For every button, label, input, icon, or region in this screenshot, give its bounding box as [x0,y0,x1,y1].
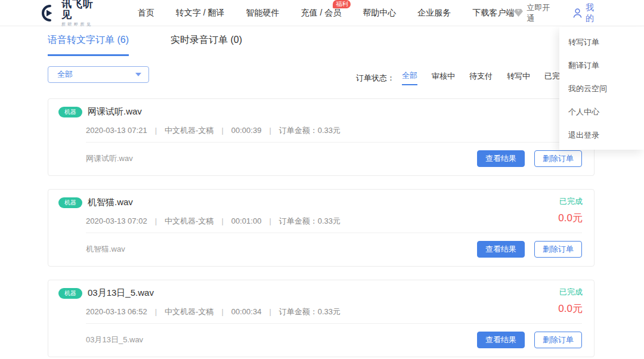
my-account-label: 我的 [586,2,602,24]
order-status: 已完成 [558,196,583,207]
nav-item-label: 帮助中心 [363,8,396,17]
order-title: 机智猫.wav [88,197,133,208]
user-icon [573,8,582,18]
nav-item[interactable]: 充值 / 会员 福利 [301,8,342,18]
order-meta: 2020-03-13 07:21|中文机器-文稿|00:00:39|订单金额：0… [86,125,582,135]
nav-item[interactable]: 下载客户端 [472,8,514,18]
delete-order-button[interactable]: 删除订单 [534,150,582,167]
logo-title: 讯飞听见 [61,0,104,20]
select-value: 全部 [57,69,73,80]
logo-text: 讯飞听见 所听即所见 [61,0,104,27]
tab[interactable]: 实时录音订单 (0) [171,34,242,56]
order-actions: 查看结果 删除订单 [477,241,582,258]
order-foot: 网课试听.wav 查看结果 删除订单 [86,150,582,167]
view-result-button[interactable]: 查看结果 [477,150,525,167]
order-title: 网课试听.wav [88,106,142,117]
order-actions: 查看结果 删除订单 [477,150,582,167]
user-menu-item[interactable]: 我的云空间 [559,77,644,100]
order-meta: 2020-03-13 06:52|中文机器-文稿|00:00:34|订单金额：0… [86,307,582,316]
status-filter-label: 订单状态： [356,73,395,83]
view-result-button[interactable]: 查看结果 [477,332,525,348]
order-meta: 2020-03-13 07:02|中文机器-文稿|00:01:00|订单金额：0… [86,216,582,225]
nav-item-label: 充值 / 会员 [301,8,342,17]
order-status-filter: 订单状态： 全部审核中待支付转写中已完成 [356,70,582,85]
order-card: 机器 网课试听.wav 2020-03-13 07:21|中文机器-文稿|00:… [48,98,595,176]
order-type-select[interactable]: 全部 [48,66,149,83]
order-foot: 03月13日_5.wav 查看结果 删除订单 [86,332,582,348]
activate-vip-label: 立即开通 [527,2,558,24]
order-tabs: 语音转文字订单 (6)实时录音订单 (0) [48,34,284,56]
status-filter-option[interactable]: 全部 [402,70,417,85]
order-head: 机器 网课试听.wav [58,106,582,117]
nav-item-label: 下载客户端 [472,8,514,17]
divider [86,323,582,324]
order-card: 已完成 0.0元 机器 03月13日_5.wav 2020-03-13 06:5… [48,280,595,357]
order-status-block: 已完成 0.0元 [558,287,583,315]
order-status-block: 已完成 0.0元 [558,196,583,225]
nav-item[interactable]: 帮助中心 [363,8,396,18]
user-menu-item[interactable]: 退出登录 [559,123,644,147]
nav-item[interactable]: 企业服务 [417,8,451,18]
delete-order-button[interactable]: 删除订单 [534,241,582,258]
order-filename: 网课试听.wav [86,153,133,164]
order-filename: 03月13日_5.wav [86,335,143,345]
order-title: 03月13日_5.wav [88,287,154,299]
nav-item[interactable]: 智能硬件 [246,8,280,18]
topbar-right: 立即开通 我的 [514,2,602,24]
my-account-menu-trigger[interactable]: 我的 [573,2,602,24]
order-card: 已完成 0.0元 机器 机智猫.wav 2020-03-13 07:02|中文机… [48,189,595,267]
order-filename: 机智猫.wav [86,244,125,255]
order-head: 机器 03月13日_5.wav [58,287,582,299]
order-type-badge: 机器 [58,107,82,117]
chevron-down-icon [135,73,141,76]
status-filter-option[interactable]: 转写中 [507,71,530,85]
order-list: 机器 网课试听.wav 2020-03-13 07:21|中文机器-文稿|00:… [48,98,595,359]
promo-badge: 福利 [333,0,351,8]
order-actions: 查看结果 删除订单 [477,332,582,348]
order-type-badge: 机器 [58,197,82,208]
nav-item[interactable]: 首页 [138,8,154,18]
ear-logo-icon [41,4,57,22]
order-foot: 机智猫.wav 查看结果 删除订单 [86,241,582,258]
nav-item-label: 转文字 / 翻译 [176,8,225,17]
nav-item-label: 企业服务 [417,8,451,17]
order-head: 机器 机智猫.wav [58,197,582,208]
view-result-button[interactable]: 查看结果 [477,241,525,258]
nav-item-label: 智能硬件 [246,8,280,17]
order-status: 已完成 [558,287,583,298]
tab[interactable]: 语音转文字订单 (6) [48,34,129,56]
top-navigation-bar: 讯飞听见 所听即所见 首页 转文字 / 翻译 智能硬件 充值 / 会员 福利 帮… [0,0,644,26]
user-menu-item[interactable]: 转写订单 [559,30,644,54]
main-nav: 首页 转文字 / 翻译 智能硬件 充值 / 会员 福利 帮助中心 企业服务 下载… [116,8,514,18]
delete-order-button[interactable]: 删除订单 [534,332,582,348]
logo[interactable]: 讯飞听见 所听即所见 [41,0,104,27]
status-filter-option[interactable]: 待支付 [469,71,493,85]
order-price: 0.0元 [558,211,583,225]
divider [86,233,582,233]
order-type-badge: 机器 [58,288,82,299]
divider [86,142,582,143]
user-dropdown-menu: 转写订单翻译订单我的云空间个人中心退出登录 [559,27,644,150]
activate-vip-link[interactable]: 立即开通 [514,2,558,24]
user-menu-item[interactable]: 个人中心 [559,100,644,123]
user-menu-item[interactable]: 翻译订单 [559,54,644,77]
nav-item[interactable]: 转文字 / 翻译 [176,8,225,18]
nav-item-label: 首页 [138,8,154,17]
vip-gem-icon [514,9,523,17]
logo-tagline: 所听即所见 [61,21,104,27]
order-price: 0.0元 [558,302,583,315]
app: 讯飞听见 所听即所见 首页 转文字 / 翻译 智能硬件 充值 / 会员 福利 帮… [0,0,644,359]
status-filter-option[interactable]: 审核中 [432,71,455,85]
